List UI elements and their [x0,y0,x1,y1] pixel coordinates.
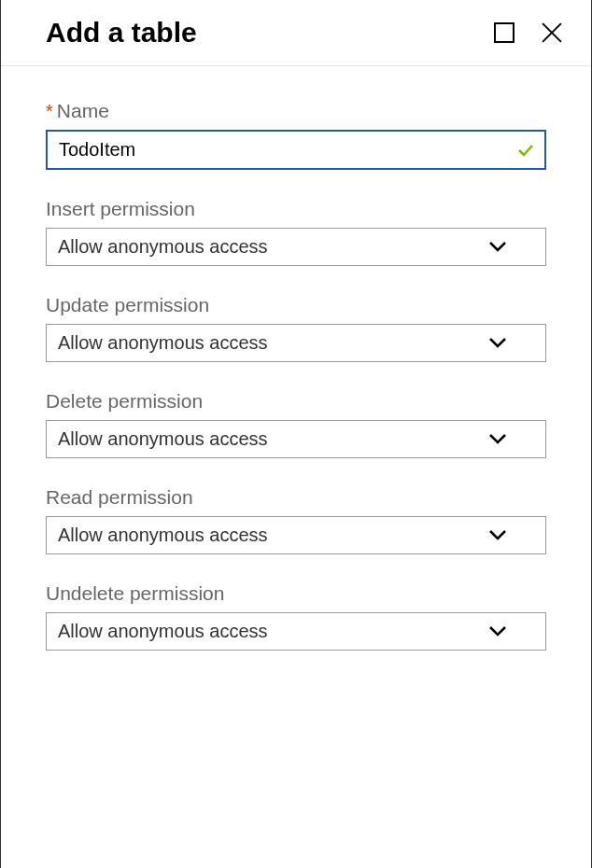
read-permission-label-row: Read permission [46,486,546,509]
update-permission-value: Allow anonymous access [58,332,268,354]
panel-title: Add a table [46,17,197,49]
delete-permission-group: Delete permission Allow anonymous access [46,390,546,458]
read-permission-value: Allow anonymous access [58,525,268,546]
undelete-permission-label-row: Undelete permission [46,582,546,605]
chevron-down-icon [489,242,506,252]
read-permission-select[interactable]: Allow anonymous access [46,516,546,554]
update-permission-select[interactable]: Allow anonymous access [46,324,546,362]
maximize-icon[interactable] [494,22,514,43]
name-input[interactable] [46,130,546,170]
delete-permission-select[interactable]: Allow anonymous access [46,420,546,458]
delete-permission-select-wrapper: Allow anonymous access [46,420,546,458]
delete-permission-label-row: Delete permission [46,390,546,413]
insert-permission-select-wrapper: Allow anonymous access [46,228,546,266]
delete-permission-label: Delete permission [46,390,203,413]
header-controls [494,21,563,44]
name-field-group: * Name [46,100,546,170]
undelete-permission-label: Undelete permission [46,582,224,605]
chevron-down-icon [489,434,506,444]
read-permission-label: Read permission [46,486,193,509]
chevron-down-icon [489,530,506,540]
undelete-permission-value: Allow anonymous access [58,621,268,642]
update-permission-group: Update permission Allow anonymous access [46,294,546,362]
panel-content: * Name Insert permission Allow anonymous… [1,66,591,712]
update-permission-select-wrapper: Allow anonymous access [46,324,546,362]
undelete-permission-group: Undelete permission Allow anonymous acce… [46,582,546,651]
insert-permission-label-row: Insert permission [46,198,546,220]
insert-permission-label: Insert permission [46,198,195,220]
undelete-permission-select-wrapper: Allow anonymous access [46,612,546,651]
undelete-permission-select[interactable]: Allow anonymous access [46,612,546,651]
insert-permission-select[interactable]: Allow anonymous access [46,228,546,266]
update-permission-label: Update permission [46,294,209,316]
insert-permission-value: Allow anonymous access [58,236,268,258]
chevron-down-icon [489,338,506,348]
panel-header: Add a table [1,0,591,66]
name-input-wrapper [46,130,546,170]
chevron-down-icon [489,626,506,637]
insert-permission-group: Insert permission Allow anonymous access [46,198,546,266]
update-permission-label-row: Update permission [46,294,546,316]
required-asterisk: * [46,101,53,122]
name-label: Name [57,100,109,122]
name-label-row: * Name [46,100,546,122]
read-permission-group: Read permission Allow anonymous access [46,486,546,554]
close-icon[interactable] [541,21,563,44]
read-permission-select-wrapper: Allow anonymous access [46,516,546,554]
delete-permission-value: Allow anonymous access [58,428,268,450]
